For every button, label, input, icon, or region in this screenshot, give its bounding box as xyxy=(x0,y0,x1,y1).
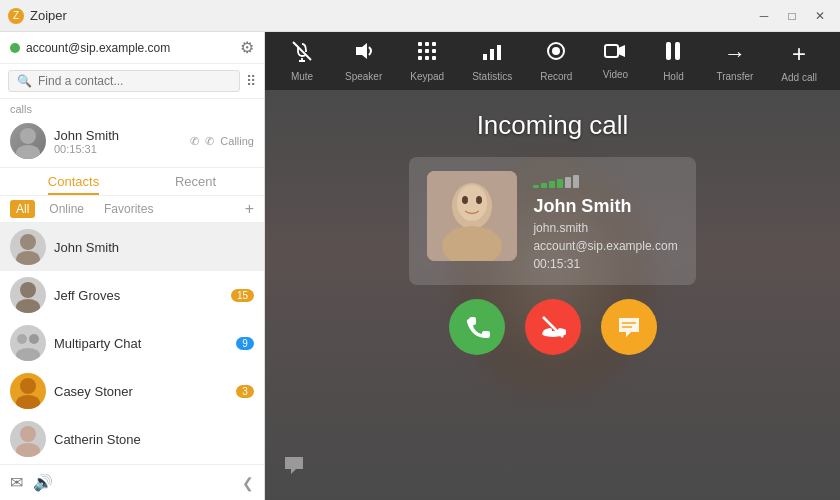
decline-button[interactable] xyxy=(525,299,581,355)
account-info: account@sip.example.com xyxy=(10,41,170,55)
statistics-button[interactable]: Statistics xyxy=(460,34,524,88)
mail-icon[interactable]: ✉ xyxy=(10,473,23,492)
svg-point-10 xyxy=(16,395,40,409)
transfer-button[interactable]: → Transfer xyxy=(704,35,765,88)
list-item[interactable]: John Smith xyxy=(0,223,264,271)
right-panel: Mute Speaker xyxy=(265,32,840,500)
avatar xyxy=(10,373,46,409)
video-icon xyxy=(604,42,626,65)
record-icon xyxy=(545,40,567,67)
app-icon: Z xyxy=(8,8,24,24)
left-panel: account@sip.example.com ⚙ 🔍 ⠿ calls John… xyxy=(0,32,265,500)
caller-details: John Smith john.smith account@sip.exampl… xyxy=(533,171,677,271)
tab-recent[interactable]: Recent xyxy=(175,174,216,195)
chat-bubble-icon[interactable] xyxy=(283,455,305,482)
keypad-button[interactable]: Keypad xyxy=(398,34,456,88)
svg-rect-23 xyxy=(418,49,422,53)
list-item[interactable]: Casey Stoner 3 xyxy=(0,367,264,415)
mute-icon xyxy=(291,40,313,67)
add-call-icon: + xyxy=(792,40,806,68)
list-item[interactable]: Multiparty Chat 9 xyxy=(0,319,264,367)
accept-button[interactable] xyxy=(449,299,505,355)
svg-rect-24 xyxy=(425,49,429,53)
caller-card: John Smith john.smith account@sip.exampl… xyxy=(409,157,695,285)
mute-label: Mute xyxy=(291,71,313,82)
svg-point-11 xyxy=(20,426,36,442)
grid-icon[interactable]: ⠿ xyxy=(246,73,256,89)
close-button[interactable]: ✕ xyxy=(808,6,832,26)
record-button[interactable]: Record xyxy=(528,34,584,88)
filter-favorites[interactable]: Favorites xyxy=(98,200,159,218)
settings-icon[interactable]: ⚙ xyxy=(240,38,254,57)
toolbar: Mute Speaker xyxy=(265,32,840,90)
svg-rect-28 xyxy=(432,56,436,60)
add-call-button[interactable]: + Add call xyxy=(769,34,829,89)
account-bar: account@sip.example.com ⚙ xyxy=(0,32,264,64)
svg-point-33 xyxy=(552,47,560,55)
svg-point-5 xyxy=(16,299,40,313)
active-call-item[interactable]: John Smith 00:15:31 ✆ ✆ Calling xyxy=(10,119,254,163)
svg-rect-22 xyxy=(432,42,436,46)
caller-photo-inner xyxy=(427,171,517,261)
svg-rect-31 xyxy=(497,45,501,60)
maximize-button[interactable]: □ xyxy=(780,6,804,26)
search-bar: 🔍 ⠿ xyxy=(0,64,264,99)
call-time: 00:15:31 xyxy=(54,143,182,155)
video-button[interactable]: Video xyxy=(588,36,642,86)
app-title: Zoiper xyxy=(30,8,67,23)
list-item[interactable]: Catherin Stone xyxy=(0,415,264,463)
tab-contacts[interactable]: Contacts xyxy=(48,174,99,195)
window-controls: ─ □ ✕ xyxy=(752,6,832,26)
calling-label: Calling xyxy=(220,135,254,147)
svg-rect-29 xyxy=(483,54,487,60)
svg-rect-25 xyxy=(432,49,436,53)
svg-point-8 xyxy=(16,348,40,361)
avatar xyxy=(10,421,46,457)
contact-name: Jeff Groves xyxy=(54,288,223,303)
accept-call-icon[interactable]: ✆ xyxy=(190,135,199,148)
keypad-label: Keypad xyxy=(410,71,444,82)
svg-rect-21 xyxy=(425,42,429,46)
minimize-button[interactable]: ─ xyxy=(752,6,776,26)
contact-name: John Smith xyxy=(54,240,254,255)
mute-button[interactable]: Mute xyxy=(275,34,329,88)
svg-point-42 xyxy=(462,196,468,204)
add-filter-icon[interactable]: + xyxy=(245,200,254,218)
titlebar: Z Zoiper ─ □ ✕ xyxy=(0,0,840,32)
filter-online[interactable]: Online xyxy=(43,200,90,218)
badge: 9 xyxy=(236,337,254,350)
contact-name: Multiparty Chat xyxy=(54,336,228,351)
svg-point-41 xyxy=(457,185,487,221)
speaker-button[interactable]: Speaker xyxy=(333,34,394,88)
call-info: John Smith 00:15:31 xyxy=(54,128,182,155)
caller-duration: 00:15:31 xyxy=(533,257,677,271)
svg-rect-26 xyxy=(418,56,422,60)
account-email: account@sip.example.com xyxy=(26,41,170,55)
list-item[interactable]: Andrea Stella xyxy=(0,463,264,464)
hold-label: Hold xyxy=(663,71,684,82)
message-button[interactable] xyxy=(601,299,657,355)
decline-call-icon[interactable]: ✆ xyxy=(205,135,214,148)
video-area: Incoming call xyxy=(265,90,840,500)
bar2 xyxy=(541,183,547,188)
bar5 xyxy=(565,177,571,188)
filter-all[interactable]: All xyxy=(10,200,35,218)
search-icon: 🔍 xyxy=(17,74,32,88)
svg-point-2 xyxy=(20,234,36,250)
search-input[interactable] xyxy=(38,74,231,88)
avatar xyxy=(10,277,46,313)
signal-bars xyxy=(533,175,677,188)
incoming-call-title: Incoming call xyxy=(477,110,629,141)
hold-icon xyxy=(664,40,682,67)
avatar xyxy=(10,325,46,361)
list-item[interactable]: Jeff Groves 15 xyxy=(0,271,264,319)
svg-point-1 xyxy=(16,145,40,159)
speaker-icon[interactable]: 🔊 xyxy=(33,473,53,492)
add-call-label: Add call xyxy=(781,72,817,83)
contact-name: Catherin Stone xyxy=(54,432,254,447)
svg-point-43 xyxy=(476,196,482,204)
hold-button[interactable]: Hold xyxy=(646,34,700,88)
badge: 3 xyxy=(236,385,254,398)
speaker-label: Speaker xyxy=(345,71,382,82)
collapse-icon[interactable]: ❮ xyxy=(242,475,254,491)
